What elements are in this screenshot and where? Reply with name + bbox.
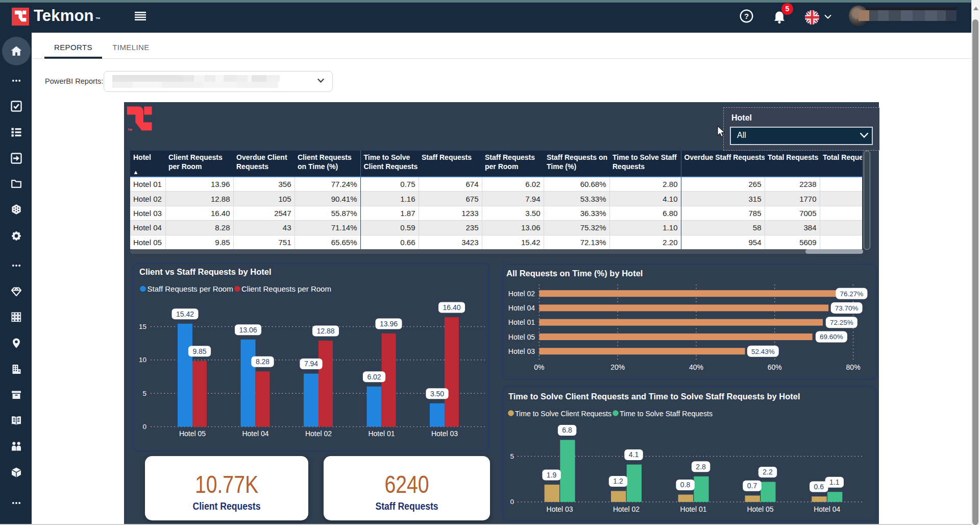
- svg-text:0: 0: [142, 423, 146, 431]
- svg-text:Hotel 01: Hotel 01: [680, 505, 707, 513]
- svg-text:73.70%: 73.70%: [835, 304, 859, 312]
- svg-text:13.06: 13.06: [239, 326, 257, 334]
- svg-text:6.8: 6.8: [562, 426, 572, 434]
- svg-text:7.94: 7.94: [304, 360, 318, 368]
- svg-text:Hotel 05: Hotel 05: [508, 333, 535, 341]
- svg-text:1.1: 1.1: [829, 478, 840, 486]
- svg-text:Client vs Staff Requests by Ho: Client vs Staff Requests by Hotel: [139, 267, 272, 276]
- svg-text:6.02: 6.02: [367, 373, 381, 381]
- svg-text:0.7: 0.7: [747, 482, 757, 490]
- svg-text:Hotel 02: Hotel 02: [508, 290, 535, 298]
- svg-text:16.40: 16.40: [443, 303, 460, 312]
- svg-text:4.1: 4.1: [629, 450, 639, 459]
- svg-text:3.50: 3.50: [430, 390, 444, 398]
- svg-text:0%: 0%: [534, 363, 544, 371]
- svg-text:9.85: 9.85: [192, 347, 206, 355]
- svg-text:60%: 60%: [768, 363, 782, 371]
- svg-text:Hotel 04: Hotel 04: [242, 429, 268, 438]
- svg-text:Hotel 04: Hotel 04: [814, 505, 840, 513]
- svg-text:Hotel 02: Hotel 02: [305, 429, 332, 438]
- svg-text:20%: 20%: [610, 363, 625, 371]
- svg-text:Hotel 05: Hotel 05: [747, 505, 773, 513]
- svg-text:Hotel 03: Hotel 03: [431, 429, 458, 438]
- svg-text:Time to Solve Client Requests: Time to Solve Client Requests and Time t…: [508, 392, 800, 401]
- svg-text:5: 5: [142, 390, 146, 397]
- svg-text:76.27%: 76.27%: [840, 290, 864, 298]
- svg-text:Hotel 05: Hotel 05: [179, 429, 206, 438]
- svg-text:8.28: 8.28: [256, 357, 270, 366]
- svg-text:2.2: 2.2: [763, 468, 773, 476]
- svg-text:15.42: 15.42: [176, 310, 194, 318]
- svg-text:Time to Solve Client Requests: Time to Solve Client Requests: [515, 409, 611, 418]
- svg-text:2.8: 2.8: [696, 463, 706, 471]
- svg-text:Hotel 03: Hotel 03: [508, 347, 535, 355]
- svg-text:Hotel 03: Hotel 03: [547, 505, 573, 513]
- svg-text:0.6: 0.6: [814, 483, 824, 491]
- svg-text:12.88: 12.88: [316, 327, 334, 335]
- svg-text:Hotel 04: Hotel 04: [508, 304, 535, 312]
- svg-text:10: 10: [139, 356, 146, 364]
- svg-text:72.25%: 72.25%: [830, 319, 853, 326]
- svg-text:80%: 80%: [846, 363, 861, 371]
- svg-text:Hotel 01: Hotel 01: [368, 429, 395, 438]
- svg-text:0.8: 0.8: [680, 481, 691, 489]
- svg-text:?: ?: [744, 12, 749, 20]
- svg-text:0: 0: [510, 498, 514, 506]
- svg-text:13.96: 13.96: [380, 320, 398, 328]
- svg-text:5: 5: [510, 452, 514, 460]
- svg-text:Hotel 02: Hotel 02: [613, 505, 640, 513]
- svg-text:1.2: 1.2: [613, 477, 623, 485]
- svg-text:40%: 40%: [689, 363, 703, 371]
- svg-text:15: 15: [139, 323, 146, 330]
- svg-text:Hotel 01: Hotel 01: [508, 318, 535, 326]
- svg-text:1.9: 1.9: [547, 471, 557, 479]
- svg-text:69.60%: 69.60%: [820, 333, 843, 341]
- svg-text:Client Requests per Room: Client Requests per Room: [241, 284, 331, 293]
- svg-text:Time to Solve Staff Requests: Time to Solve Staff Requests: [620, 409, 713, 418]
- svg-text:52.43%: 52.43%: [751, 348, 775, 355]
- svg-text:Staff Requests per Room: Staff Requests per Room: [148, 284, 233, 293]
- svg-text:All Requests on Time (%) by Ho: All Requests on Time (%) by Hotel: [506, 269, 643, 278]
